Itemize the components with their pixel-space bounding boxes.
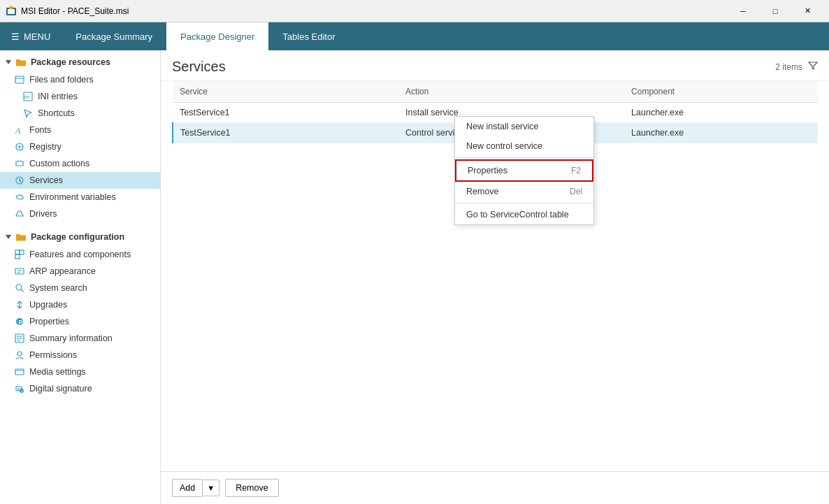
sidebar-item-services-label: Services	[29, 175, 63, 185]
sidebar-item-env-variables[interactable]: Environment variables	[0, 189, 160, 206]
tab-package-summary[interactable]: Package Summary	[62, 22, 166, 50]
tab-tables-editor-label: Tables Editor	[282, 31, 335, 42]
new-control-label: New control service	[466, 141, 542, 151]
svg-rect-3	[15, 76, 24, 83]
sidebar-item-arp[interactable]: ARP appearance	[0, 263, 160, 280]
menu-button[interactable]: ☰ MENU	[0, 22, 62, 50]
sidebar-item-drivers[interactable]: Drivers	[0, 206, 160, 222]
add-button[interactable]: Add	[172, 479, 202, 497]
svg-rect-1	[8, 9, 15, 14]
sidebar-item-media-label: Media settings	[29, 367, 86, 377]
title-bar: MSI Editor - PACE_Suite.msi ─ □ ✕	[0, 0, 829, 22]
svg-text:P: P	[19, 319, 23, 326]
minimize-button[interactable]: ─	[727, 0, 759, 22]
cell-service-1: TestService1	[173, 103, 398, 123]
col-component: Component	[624, 81, 818, 103]
props-icon: P	[14, 316, 25, 327]
cell-service-2: TestService1	[173, 123, 398, 143]
table-header-row: Service Action Component	[173, 81, 818, 103]
context-menu-item-properties[interactable]: Properties F2	[455, 159, 593, 182]
properties-label: Properties	[468, 166, 507, 175]
sidebar-item-registry[interactable]: Registry	[0, 138, 160, 155]
sidebar-item-shortcuts[interactable]: Shortcuts	[0, 105, 160, 122]
search-icon	[14, 282, 25, 294]
sidebar-item-arp-label: ARP appearance	[29, 266, 96, 276]
font-icon: A	[14, 124, 25, 136]
sidebar-item-env-label: Environment variables	[29, 192, 116, 202]
sidebar-section-package-resources[interactable]: Package resources	[0, 53, 160, 71]
services-icon	[14, 175, 25, 186]
item-count: 2 items	[775, 62, 802, 72]
perms-icon	[14, 350, 25, 361]
sidebar-item-upgrades[interactable]: Upgrades	[0, 296, 160, 313]
arp-icon	[14, 266, 25, 277]
tab-package-designer-label: Package Designer	[180, 31, 254, 42]
context-menu-item-goto-table[interactable]: Go to ServiceControl table	[455, 205, 593, 224]
maximize-button[interactable]: □	[759, 0, 791, 22]
window-title: MSI Editor - PACE_Suite.msi	[21, 6, 129, 16]
context-menu-divider-1	[455, 157, 593, 158]
tab-package-designer[interactable]: Package Designer	[166, 22, 268, 50]
col-action: Action	[398, 81, 624, 103]
svg-rect-12	[15, 268, 24, 274]
content-area: Services 2 items Service Action Componen…	[161, 50, 829, 504]
sidebar-item-digital-sig-label: Digital signature	[29, 384, 92, 394]
sidebar-item-features-label: Features and components	[29, 250, 131, 259]
svg-text:A: A	[15, 126, 21, 135]
add-button-group: Add ▼	[172, 479, 219, 497]
sidebar-item-permissions[interactable]: Permissions	[0, 347, 160, 363]
context-menu-item-new-install[interactable]: New install service	[455, 117, 593, 136]
sidebar-item-properties-label: Properties	[29, 317, 69, 326]
config-folder-icon	[15, 231, 27, 243]
sidebar-item-digital-sig[interactable]: Digital signature	[0, 380, 160, 397]
sidebar: Package resources Files and folders ini …	[0, 50, 161, 504]
context-menu-item-remove[interactable]: Remove Del	[455, 182, 593, 201]
features-icon	[14, 249, 25, 260]
upgrades-icon	[14, 299, 25, 310]
sidebar-item-media-settings[interactable]: Media settings	[0, 363, 160, 380]
bottom-toolbar: Add ▼ Remove	[161, 471, 829, 504]
sidebar-item-files-folders-label: Files and folders	[29, 75, 94, 85]
filter-icon[interactable]	[808, 61, 818, 73]
table-container: Service Action Component TestService1 In…	[161, 81, 829, 471]
sidebar-item-services[interactable]: Services	[0, 172, 160, 189]
svg-rect-10	[20, 250, 24, 254]
menu-label: MENU	[24, 31, 50, 42]
context-menu: New install service New control service …	[454, 116, 594, 225]
env-icon	[14, 192, 25, 203]
title-bar-left: MSI Editor - PACE_Suite.msi	[6, 6, 129, 17]
drivers-icon	[14, 208, 25, 219]
sidebar-item-system-search[interactable]: System search	[0, 280, 160, 296]
remove-button[interactable]: Remove	[225, 479, 279, 497]
sidebar-item-summary-info[interactable]: Summary information	[0, 330, 160, 347]
tab-tables-editor[interactable]: Tables Editor	[268, 22, 349, 50]
page-title: Services	[172, 59, 226, 75]
remove-label: Remove	[466, 187, 499, 196]
svg-rect-9	[15, 250, 20, 254]
sidebar-item-properties[interactable]: P Properties	[0, 313, 160, 330]
sidebar-item-fonts[interactable]: A Fonts	[0, 122, 160, 138]
sidebar-section-package-config[interactable]: Package configuration	[0, 228, 160, 246]
svg-rect-11	[15, 254, 20, 259]
sidebar-item-files-folders[interactable]: Files and folders	[0, 71, 160, 88]
svg-point-17	[17, 352, 22, 356]
app-icon	[6, 6, 17, 17]
sidebar-item-features[interactable]: Features and components	[0, 246, 160, 263]
svg-text:ini: ini	[24, 94, 29, 99]
svg-rect-2	[9, 6, 13, 9]
sidebar-item-custom-actions[interactable]: Custom actions	[0, 155, 160, 172]
sidebar-item-permissions-label: Permissions	[29, 350, 77, 360]
context-menu-item-new-control[interactable]: New control service	[455, 136, 593, 156]
content-meta: 2 items	[775, 61, 818, 73]
sidebar-item-ini-entries[interactable]: ini INI entries	[0, 88, 160, 105]
goto-table-label: Go to ServiceControl table	[466, 210, 569, 219]
cell-component-1: Launcher.exe	[624, 103, 818, 123]
close-button[interactable]: ✕	[791, 0, 823, 22]
registry-icon	[14, 141, 25, 152]
add-dropdown-button[interactable]: ▼	[202, 480, 219, 496]
ini-icon: ini	[22, 91, 34, 102]
content-header: Services 2 items	[161, 50, 829, 81]
hamburger-icon: ☰	[11, 31, 20, 42]
context-menu-divider-2	[455, 203, 593, 203]
collapse-icon	[6, 60, 11, 64]
